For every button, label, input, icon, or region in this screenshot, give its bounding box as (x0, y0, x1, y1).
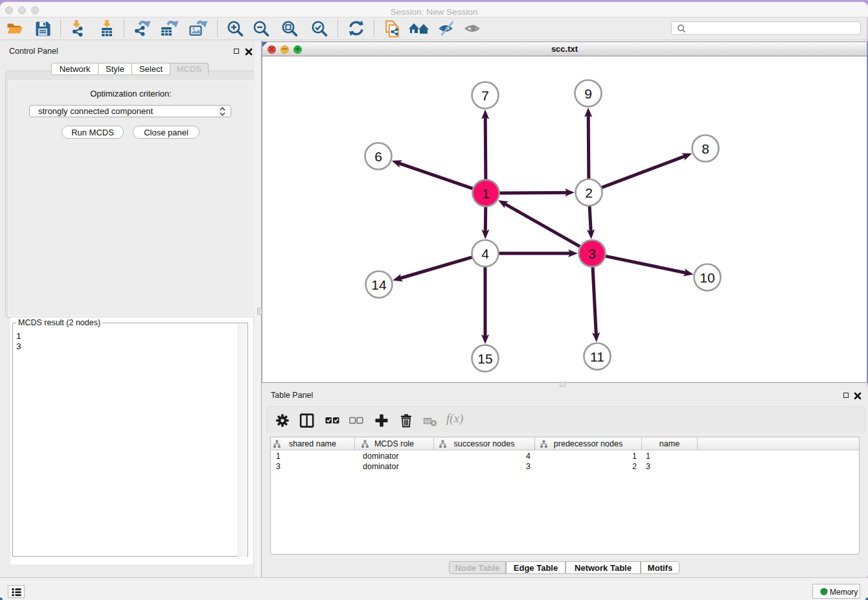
svg-text:1: 1 (482, 186, 490, 201)
svg-text:2: 2 (585, 185, 593, 200)
svg-text:9: 9 (584, 86, 592, 101)
svg-text:3: 3 (588, 246, 596, 261)
svg-text:14: 14 (371, 277, 387, 292)
svg-text:11: 11 (590, 349, 604, 364)
svg-text:4: 4 (481, 246, 489, 261)
svg-text:6: 6 (374, 149, 382, 164)
svg-text:10: 10 (700, 270, 714, 285)
svg-text:8: 8 (702, 141, 709, 156)
svg-text:15: 15 (477, 351, 492, 366)
svg-text:7: 7 (481, 88, 489, 103)
